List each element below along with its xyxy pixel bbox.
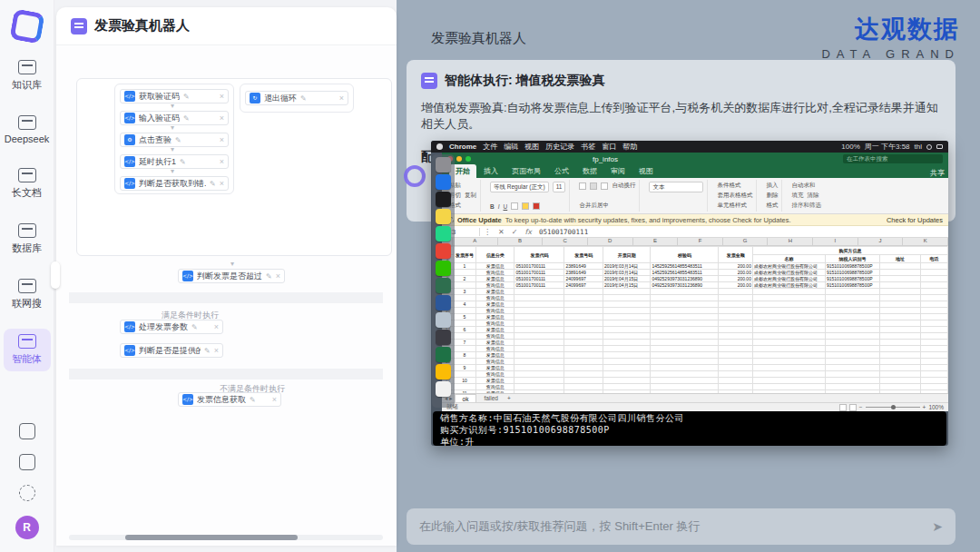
fill-button[interactable]: 填充 xyxy=(791,192,803,200)
dock-app-icon-launchpad[interactable] xyxy=(436,157,451,172)
panel-collapse-handle[interactable] xyxy=(51,261,60,289)
autosum-button[interactable]: 自动求和 xyxy=(791,182,821,190)
header-phone[interactable]: 电话 xyxy=(920,255,947,263)
add-sheet-icon[interactable]: + xyxy=(507,395,511,401)
ribbon-tab[interactable]: 数据 xyxy=(576,164,603,178)
dock-app-icon-photos[interactable] xyxy=(436,312,451,328)
sheet-row[interactable]: 14 查询信息 xyxy=(443,333,948,340)
zoom-window-icon[interactable] xyxy=(466,156,471,162)
dock-app-icon-app-store[interactable] xyxy=(436,278,451,293)
cancel-entry-icon[interactable]: ✕ xyxy=(495,228,508,236)
underline-button[interactable]: U xyxy=(504,203,508,210)
sheet-row[interactable]: 18 查询信息 xyxy=(443,359,948,365)
dock-app-icon-excel[interactable] xyxy=(436,347,451,362)
page-layout-icon[interactable] xyxy=(849,404,857,411)
bold-button[interactable]: B xyxy=(490,203,495,210)
header-check-code[interactable]: 校验码 xyxy=(651,247,719,263)
minimize-window-icon[interactable] xyxy=(456,156,462,162)
menubar-menu-item[interactable]: 帮助 xyxy=(622,142,637,152)
sheet-row[interactable]: 10 查询信息 xyxy=(443,308,948,314)
sheet-row[interactable]: 2110 发票信息 xyxy=(443,378,948,384)
control-center-icon[interactable] xyxy=(936,144,943,149)
confirm-entry-icon[interactable]: ✓ xyxy=(508,228,522,236)
workflow-hscrollbar-thumb[interactable] xyxy=(125,535,298,540)
remove-node-icon[interactable]: × xyxy=(220,113,224,123)
sheet-row[interactable]: 16 查询信息 xyxy=(443,346,948,352)
sidebar-item[interactable]: 联网搜 xyxy=(4,273,51,316)
font-size-select[interactable]: 11 xyxy=(553,182,566,192)
menubar-menu-item[interactable]: 文件 xyxy=(483,142,497,152)
italic-button[interactable]: I xyxy=(498,203,500,210)
delete-cells-button[interactable]: 删除 xyxy=(766,192,778,200)
sidebar-item[interactable]: Deepseek xyxy=(4,110,51,150)
dock-app-icon-pycharm[interactable] xyxy=(436,226,451,242)
excel-search-box[interactable]: 在工作表中搜索 xyxy=(843,154,943,163)
ribbon-tab[interactable]: 视图 xyxy=(632,164,660,178)
menubar-app-name[interactable]: Chrome xyxy=(449,143,476,151)
dock-app-icon-chrome[interactable] xyxy=(436,243,451,259)
menubar-menu-item[interactable]: 书签 xyxy=(581,142,595,152)
workflow-node[interactable]: ↻ 退出循环 ✎ × xyxy=(245,91,348,105)
column-letter[interactable]: D xyxy=(588,238,633,245)
format-cells-button[interactable]: 格式 xyxy=(766,202,778,210)
sheet-row[interactable]: 2311 发票信息 xyxy=(443,390,948,394)
column-letter[interactable]: A xyxy=(453,238,498,245)
chat-input-bar[interactable]: 在此输入问题或按/获取推荐问题，按 Shift+Enter 换行 ➤ xyxy=(407,508,956,545)
ribbon-tab[interactable]: 插入 xyxy=(477,164,505,178)
align-left-icon[interactable] xyxy=(579,182,586,190)
sheet-tab[interactable]: failed xyxy=(476,394,505,402)
ribbon-tab[interactable]: 公式 xyxy=(548,164,575,178)
sort-filter-button[interactable]: 排序和筛选 xyxy=(791,202,821,210)
fill-color-button[interactable] xyxy=(522,202,529,210)
workflow-node[interactable]: </> 处理发票参数 ✎ × xyxy=(120,320,223,334)
settings-gear-icon[interactable] xyxy=(19,485,35,501)
edit-node-icon[interactable]: ✎ xyxy=(266,272,272,281)
column-letter[interactable]: I xyxy=(813,238,858,245)
sidebar-item[interactable]: 知识库 xyxy=(4,54,51,97)
header-buyer-info[interactable]: 购买方信息 xyxy=(752,247,947,255)
sidebar-item[interactable]: 长文档 xyxy=(4,163,51,205)
header-invoice-number[interactable]: 发票号码 xyxy=(564,247,603,263)
menubar-menu-item[interactable]: 历史记录 xyxy=(545,142,574,152)
zoom-slider[interactable] xyxy=(866,407,920,408)
column-letter[interactable]: J xyxy=(858,238,904,245)
edit-node-icon[interactable]: ✎ xyxy=(180,158,186,166)
device-icon[interactable] xyxy=(19,423,35,439)
workflow-node[interactable]: </> 判断发票是否超过... ✎ × xyxy=(178,269,285,283)
workflow-node[interactable]: </> 判断是否获取到错... ✎ × xyxy=(120,176,229,191)
edit-node-icon[interactable]: ✎ xyxy=(300,94,307,103)
remove-node-icon[interactable]: × xyxy=(276,271,280,281)
spotlight-search-icon[interactable] xyxy=(926,144,932,150)
sheet-row[interactable]: 52 发票信息051001700111 240996972019年04月15日0… xyxy=(443,276,948,282)
remove-node-icon[interactable]: × xyxy=(272,395,277,404)
download-client-icon[interactable] xyxy=(19,454,35,470)
remove-node-icon[interactable]: × xyxy=(220,157,224,166)
header-invoice-code[interactable]: 发票代码 xyxy=(514,247,564,263)
sheet-row[interactable]: 22 查询信息 xyxy=(443,384,948,390)
edit-node-icon[interactable]: ✎ xyxy=(183,114,190,123)
sheet-row[interactable]: 115 发票信息 xyxy=(443,314,948,320)
font-name-select[interactable]: 等线 Regular (正文) xyxy=(490,182,549,192)
spreadsheet-grid[interactable]: 1 发票序号 信息分类 发票代码 发票号码 开票日期 校验码 发票金额 购买方信… xyxy=(442,246,948,393)
sheet-row[interactable]: 20 查询信息 xyxy=(443,371,948,378)
remove-node-icon[interactable]: × xyxy=(339,94,344,103)
dock-app-icon-terminal[interactable] xyxy=(436,192,451,207)
header-amount[interactable]: 发票金额 xyxy=(719,247,752,263)
column-letter[interactable]: F xyxy=(678,238,723,245)
remove-node-icon[interactable]: × xyxy=(220,179,224,188)
menubar-menu-item[interactable]: 视图 xyxy=(524,142,539,152)
sheet-row[interactable]: 199 发票信息 xyxy=(443,365,948,371)
remove-node-icon[interactable]: × xyxy=(220,92,224,101)
zoom-out-icon[interactable]: − xyxy=(859,404,863,410)
align-right-icon[interactable] xyxy=(601,182,608,190)
send-icon[interactable]: ➤ xyxy=(932,519,943,534)
sheet-row[interactable]: 8 查询信息 xyxy=(443,295,948,301)
header-info-type[interactable]: 信息分类 xyxy=(476,247,514,263)
edit-node-icon[interactable]: ✎ xyxy=(183,93,190,101)
column-letter[interactable]: K xyxy=(903,238,948,245)
copy-button[interactable]: 复制 xyxy=(465,192,476,200)
clear-button[interactable]: 清除 xyxy=(807,192,818,200)
conditional-format-button[interactable]: 条件格式 xyxy=(717,182,752,190)
header-taxid[interactable]: 纳税人识别号 xyxy=(825,255,879,263)
number-format-select[interactable]: 文本 xyxy=(649,182,703,192)
